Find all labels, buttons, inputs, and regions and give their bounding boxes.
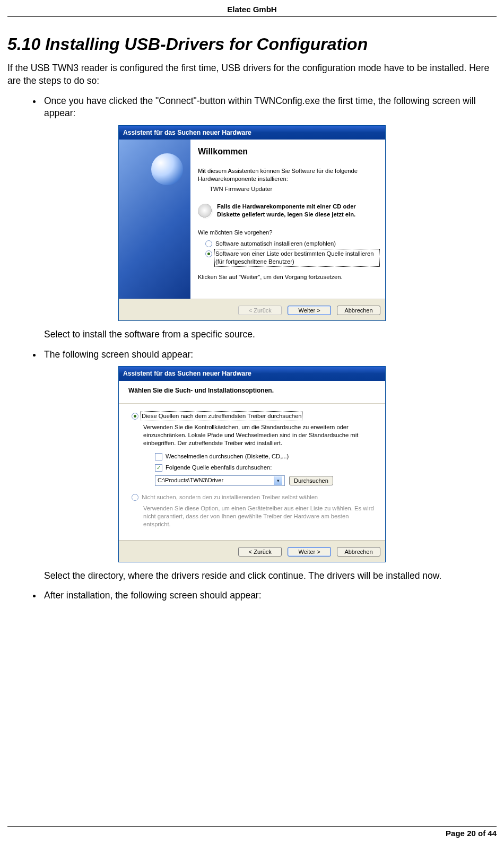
wizard1-back-button: < Zurück: [238, 306, 282, 315]
wizard2-search-note: Verwenden Sie die Kontrollkästchen, um d…: [143, 423, 376, 447]
wizard2-radio-search-label: Diese Quellen nach dem zutreffendsten Tr…: [142, 412, 301, 420]
wizard2-check-removable-label: Wechselmedien durchsuchen (Diskette, CD,…: [166, 453, 289, 460]
header-rule: [7, 16, 497, 17]
wizard1-cd-note: Falls die Hardwarekomponente mit einer C…: [198, 203, 379, 219]
page-header-company: Elatec GmbH: [7, 4, 497, 16]
page-number: Page 20 of 44: [7, 828, 497, 839]
wizard2-titlebar: Assistent für das Suchen neuer Hardware: [119, 367, 385, 380]
step-2-after: Select the directory, where the drivers …: [44, 570, 497, 583]
wizard-dialog-1: Assistent für das Suchen neuer Hardware …: [118, 125, 386, 321]
wizard1-footer: < Zurück Weiter > Abbrechen: [119, 299, 385, 320]
list-item: After installation, the following screen…: [42, 589, 497, 602]
wizard2-manual-note: Verwenden Sie diese Option, um einen Ger…: [143, 505, 376, 528]
step-2-text: The following screen should appear:: [44, 349, 497, 361]
cd-icon: [198, 204, 213, 219]
wizard2-heading: Wählen Sie die Such- und Installationsop…: [119, 381, 385, 404]
wizard1-next-button[interactable]: Weiter >: [288, 306, 331, 315]
wizard2-radio-manual-label: Nicht suchen, sondern den zu installiere…: [142, 493, 318, 501]
wizard2-radio-search[interactable]: Diese Quellen nach dem zutreffendsten Tr…: [132, 412, 376, 420]
wizard2-path-value: C:\Products\TWN3\Driver: [158, 476, 223, 484]
wizard1-radio-list[interactable]: Software von einer Liste oder bestimmten…: [205, 250, 379, 266]
radio-icon: [205, 240, 212, 247]
section-heading: 5.10 Installing USB-Drivers for Configur…: [7, 33, 497, 56]
wizard2-path-combo[interactable]: C:\Products\TWN3\Driver ▾: [155, 475, 285, 486]
wizard2-browse-button[interactable]: Durchsuchen: [289, 476, 333, 485]
section-title-text: Installing USB-Drivers for Configuration: [45, 34, 368, 54]
wizard-dialog-2: Assistent für das Suchen neuer Hardware …: [118, 366, 386, 562]
wizard1-heading: Willkommen: [198, 146, 379, 158]
chevron-down-icon[interactable]: ▾: [274, 476, 282, 485]
wizard1-titlebar: Assistent für das Suchen neuer Hardware: [119, 126, 385, 140]
radio-icon: [132, 494, 138, 501]
page-footer: Page 20 of 44: [7, 826, 497, 839]
step-1-text: Once you have clicked the "Connect"-butt…: [44, 95, 497, 120]
wizard2-check-path[interactable]: ✓ Folgende Quelle ebenfalls durchsuchen:: [155, 464, 376, 472]
section-number: 5.10: [7, 34, 40, 54]
wizard1-cd-note-text: Falls die Hardwarekomponente mit einer C…: [217, 203, 379, 219]
wizard2-cancel-button[interactable]: Abbrechen: [337, 547, 380, 557]
wizard1-p1: Mit diesem Assistenten können Sie Softwa…: [198, 167, 379, 183]
wizard2-radio-manual[interactable]: Nicht suchen, sondern den zu installiere…: [132, 493, 376, 501]
step-3-text: After installation, the following screen…: [44, 589, 497, 602]
wizard2-footer: < Zurück Weiter > Abbrechen: [119, 540, 385, 562]
wizard2-next-button[interactable]: Weiter >: [288, 547, 331, 557]
intro-paragraph: If the USB TWN3 reader is configured the…: [7, 62, 497, 87]
list-item: Once you have clicked the "Connect"-butt…: [42, 95, 497, 341]
wizard1-radio-auto-label: Software automatisch installieren (empfo…: [215, 240, 336, 248]
wizard1-radio-list-label: Software von einer Liste oder bestimmten…: [215, 250, 379, 266]
wizard1-continue-hint: Klicken Sie auf "Weiter", um den Vorgang…: [198, 273, 379, 281]
checkbox-icon: ✓: [155, 464, 162, 472]
list-item: The following screen should appear: Assi…: [42, 349, 497, 583]
wizard1-question: Wie möchten Sie vorgehen?: [198, 229, 379, 237]
radio-icon: [132, 413, 138, 420]
wizard2-check-path-label: Folgende Quelle ebenfalls durchsuchen:: [166, 464, 272, 472]
wizard1-side-image: [119, 140, 190, 299]
checkbox-icon: [155, 453, 162, 460]
wizard1-cancel-button[interactable]: Abbrechen: [337, 306, 380, 315]
footer-rule: [7, 826, 497, 827]
wizard2-check-removable[interactable]: Wechselmedien durchsuchen (Diskette, CD,…: [155, 453, 376, 460]
wizard1-radio-auto[interactable]: Software automatisch installieren (empfo…: [205, 240, 379, 248]
radio-icon: [205, 250, 212, 257]
step-1-after: Select to install the software from a sp…: [44, 328, 497, 341]
wizard1-device: TWN Firmware Updater: [210, 185, 379, 193]
steps-list: Once you have clicked the "Connect"-butt…: [7, 95, 497, 602]
wizard2-back-button[interactable]: < Zurück: [238, 547, 282, 557]
